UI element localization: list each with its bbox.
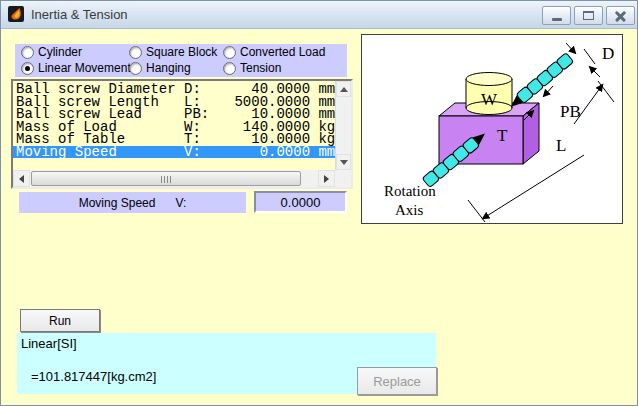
radio-label: Converted Load bbox=[240, 45, 325, 59]
arrow-left-icon bbox=[19, 175, 24, 183]
shape-type-panel: Cylinder Square Block Converted Load Lin… bbox=[15, 44, 347, 77]
title-bar: Inertia & Tension bbox=[1, 1, 638, 29]
vertical-scrollbar[interactable] bbox=[335, 81, 351, 170]
scroll-down-button[interactable] bbox=[336, 154, 351, 170]
inertia-diagram: W T D PB L Rotation Axis bbox=[362, 35, 622, 223]
radio-circle-icon bbox=[129, 46, 142, 59]
rotation-axis-label-1: Rotation bbox=[384, 183, 436, 199]
run-button[interactable]: Run bbox=[20, 309, 100, 332]
rotation-axis-label-2: Axis bbox=[395, 202, 424, 218]
window-controls bbox=[542, 6, 635, 25]
radio-circle-icon bbox=[223, 46, 236, 59]
minimize-button[interactable] bbox=[542, 6, 571, 25]
radio-tension[interactable]: Tension bbox=[223, 61, 347, 75]
result-title: Linear[SI] bbox=[21, 336, 77, 351]
scroll-up-button[interactable] bbox=[336, 81, 351, 97]
scroll-right-button[interactable] bbox=[318, 170, 335, 187]
moving-speed-input[interactable] bbox=[254, 191, 347, 213]
diameter-label: D bbox=[602, 44, 614, 63]
maximize-button[interactable] bbox=[574, 6, 603, 25]
length-label: L bbox=[556, 136, 566, 155]
radio-circle-icon bbox=[129, 62, 142, 75]
lead-label: PB bbox=[560, 102, 581, 121]
radio-linear-movement[interactable]: Linear Movement bbox=[21, 61, 129, 75]
scroll-left-button[interactable] bbox=[13, 170, 30, 187]
replace-button[interactable]: Replace bbox=[357, 367, 437, 395]
maximize-icon bbox=[583, 11, 594, 20]
radio-square-block[interactable]: Square Block bbox=[129, 45, 223, 59]
inertia-tension-window: Inertia & Tension Cylinder Square Block … bbox=[0, 0, 638, 406]
parameter-rows: Ball screw Diameter D: 40.0000 mm Ball s… bbox=[13, 81, 335, 170]
radio-label: Cylinder bbox=[38, 45, 82, 59]
arrow-up-icon bbox=[340, 87, 348, 92]
radio-label: Linear Movement bbox=[38, 61, 131, 75]
window-title: Inertia & Tension bbox=[31, 7, 128, 22]
radio-circle-icon bbox=[21, 46, 34, 59]
close-button[interactable] bbox=[606, 6, 635, 25]
close-icon bbox=[615, 10, 626, 21]
radio-converted-load[interactable]: Converted Load bbox=[223, 45, 347, 59]
radio-circle-icon bbox=[21, 62, 34, 75]
table-label: T bbox=[497, 126, 508, 145]
diagram-panel: W T D PB L Rotation Axis bbox=[361, 34, 623, 224]
horizontal-scroll-thumb[interactable] bbox=[31, 171, 301, 186]
result-value: =101.817447[kg.cm2] bbox=[31, 369, 156, 384]
radio-cylinder[interactable]: Cylinder bbox=[21, 45, 129, 59]
radio-label: Square Block bbox=[146, 45, 217, 59]
parameter-listbox: Ball screw Diameter D: 40.0000 mm Ball s… bbox=[11, 79, 353, 189]
flame-icon bbox=[8, 6, 24, 22]
moving-speed-label: Moving Speed V: bbox=[19, 192, 246, 213]
radio-label: Tension bbox=[240, 61, 281, 75]
radio-hanging[interactable]: Hanging bbox=[129, 61, 223, 75]
scrollbar-corner bbox=[335, 170, 351, 187]
horizontal-scrollbar[interactable] bbox=[13, 170, 335, 187]
radio-circle-icon bbox=[223, 62, 236, 75]
radio-label: Hanging bbox=[146, 61, 191, 75]
minimize-icon bbox=[552, 18, 562, 21]
arrow-right-icon bbox=[324, 175, 329, 183]
load-label: W bbox=[481, 90, 498, 109]
arrow-down-icon bbox=[340, 160, 348, 165]
parameter-row-selected[interactable]: Moving Speed V: 0.0000 mm/s bbox=[13, 146, 335, 159]
